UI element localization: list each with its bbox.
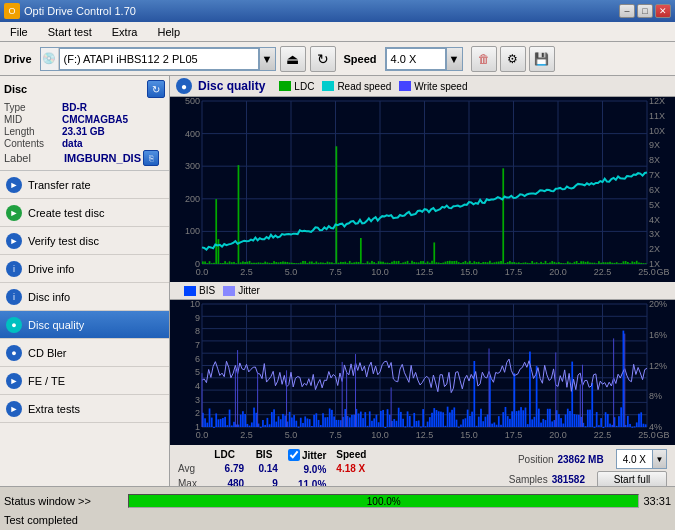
options-button[interactable]: ⚙ [500, 46, 526, 72]
contents-value: data [62, 138, 83, 149]
position-label: Position [518, 454, 554, 465]
avg-ldc: 6.79 [205, 461, 244, 475]
jitter-label: Jitter [238, 285, 260, 296]
speed-dropdown-arrow[interactable]: ▼ [446, 48, 462, 70]
disc-header: Disc [4, 83, 27, 95]
ldc-label: LDC [294, 81, 314, 92]
legend-write: Write speed [399, 81, 467, 92]
menu-file[interactable]: File [4, 24, 34, 40]
nav-label-verify: Verify test disc [28, 235, 99, 247]
nav-disc-quality[interactable]: ● Disc quality [0, 311, 169, 339]
drive-dropdown-arrow[interactable]: ▼ [259, 48, 275, 70]
jitter-check-row: Jitter [288, 449, 326, 461]
maximize-button[interactable]: □ [637, 4, 653, 18]
menu-help[interactable]: Help [151, 24, 186, 40]
clear-button[interactable]: 🗑 [471, 46, 497, 72]
speed-dropdown[interactable]: 4.0 X [386, 48, 446, 70]
close-button[interactable]: ✕ [655, 4, 671, 18]
lower-chart-title-bar: BIS Jitter [170, 282, 675, 300]
drive-dropdown[interactable]: (F:) ATAPI iHBS112 2 PL05 [59, 48, 259, 70]
status-bar: Status window >> 100.0% 33:31 Test compl… [0, 486, 675, 530]
progress-text: 100.0% [129, 496, 638, 507]
lower-chart [170, 300, 675, 445]
title-bar: O Opti Drive Control 1.70 – □ ✕ [0, 0, 675, 22]
legend-bis: BIS [184, 285, 215, 296]
nav-icon-disc: i [6, 289, 22, 305]
contents-label: Contents [4, 138, 62, 149]
status-window-label[interactable]: Status window >> [4, 495, 124, 507]
ldc-color-box [279, 81, 291, 91]
nav-icon-drive: i [6, 261, 22, 277]
menu-extra[interactable]: Extra [106, 24, 144, 40]
nav-drive-info[interactable]: i Drive info [0, 255, 169, 283]
upper-chart [170, 97, 675, 282]
legend-ldc: LDC [279, 81, 314, 92]
speed-select-row: Position 23862 MB 4.0 X ▼ [518, 449, 667, 469]
nav-label-transfer: Transfer rate [28, 179, 91, 191]
write-label: Write speed [414, 81, 467, 92]
chart-legend: LDC Read speed Write speed [279, 81, 467, 92]
app-title: Opti Drive Control 1.70 [24, 5, 136, 17]
nav-label-extra: Extra tests [28, 403, 80, 415]
status-time: 33:31 [643, 495, 671, 507]
label-label: Label [4, 152, 62, 164]
nav-extra-tests[interactable]: ► Extra tests [0, 395, 169, 423]
left-panel: Disc ↻ Type BD-R MID CMCMAGBA5 Length 23… [0, 76, 170, 530]
eject-button[interactable]: ⏏ [280, 46, 306, 72]
nav-verify-test-disc[interactable]: ► Verify test disc [0, 227, 169, 255]
menu-start-test[interactable]: Start test [42, 24, 98, 40]
minimize-button[interactable]: – [619, 4, 635, 18]
nav-transfer-rate[interactable]: ► Transfer rate [0, 171, 169, 199]
nav-label-drive: Drive info [28, 263, 74, 275]
chart-title: Disc quality [198, 79, 265, 93]
save-button[interactable]: 💾 [529, 46, 555, 72]
type-label: Type [4, 102, 62, 113]
status-bar-top: Status window >> 100.0% 33:31 [4, 491, 671, 511]
position-value: 23862 MB [558, 454, 604, 465]
disc-refresh-button[interactable]: ↻ [147, 80, 165, 98]
avg-label: Avg [178, 461, 199, 475]
label-value: IMGBURN_DIS [64, 152, 141, 164]
menu-bar: File Start test Extra Help [0, 22, 675, 42]
speed-select-display[interactable]: 4.0 X [617, 453, 652, 466]
nav-icon-transfer: ► [6, 177, 22, 193]
length-label: Length [4, 126, 62, 137]
nav-icon-create: ► [6, 205, 22, 221]
read-label: Read speed [337, 81, 391, 92]
refresh-button[interactable]: ↻ [310, 46, 336, 72]
toolbar: Drive 💿 (F:) ATAPI iHBS112 2 PL05 ▼ ⏏ ↻ … [0, 42, 675, 76]
nav-icon-bler: ● [6, 345, 22, 361]
nav-label-quality: Disc quality [28, 319, 84, 331]
lower-legend: BIS Jitter [184, 285, 260, 296]
nav-label-fete: FE / TE [28, 375, 65, 387]
jitter-checkbox[interactable] [288, 449, 300, 461]
lower-chart-canvas [170, 300, 675, 445]
progress-bar: 100.0% [128, 494, 639, 508]
avg-jitter: 9.0% [288, 462, 326, 476]
nav-icon-extra: ► [6, 401, 22, 417]
drive-label: Drive [4, 53, 32, 65]
avg-speed: 4.18 X [336, 461, 366, 475]
mid-label: MID [4, 114, 62, 125]
jitter-color-box [223, 286, 235, 296]
legend-read: Read speed [322, 81, 391, 92]
ldc-header: LDC [205, 449, 244, 460]
read-color-box [322, 81, 334, 91]
type-value: BD-R [62, 102, 87, 113]
bis-header: BIS [250, 449, 278, 460]
nav-disc-info[interactable]: i Disc info [0, 283, 169, 311]
bis-label: BIS [199, 285, 215, 296]
length-value: 23.31 GB [62, 126, 105, 137]
nav-icon-verify: ► [6, 233, 22, 249]
legend-jitter: Jitter [223, 285, 260, 296]
nav-cd-bler[interactable]: ● CD Bler [0, 339, 169, 367]
nav-fe-te[interactable]: ► FE / TE [0, 367, 169, 395]
speed-select-arrow[interactable]: ▼ [652, 450, 666, 468]
bis-color-box [184, 286, 196, 296]
title-text: O Opti Drive Control 1.70 [4, 3, 136, 19]
nav-icon-fete: ► [6, 373, 22, 389]
nav-label-create: Create test disc [28, 207, 104, 219]
nav-create-test-disc[interactable]: ► Create test disc [0, 199, 169, 227]
label-copy-button[interactable]: ⎘ [143, 150, 159, 166]
nav-icon-quality: ● [6, 317, 22, 333]
